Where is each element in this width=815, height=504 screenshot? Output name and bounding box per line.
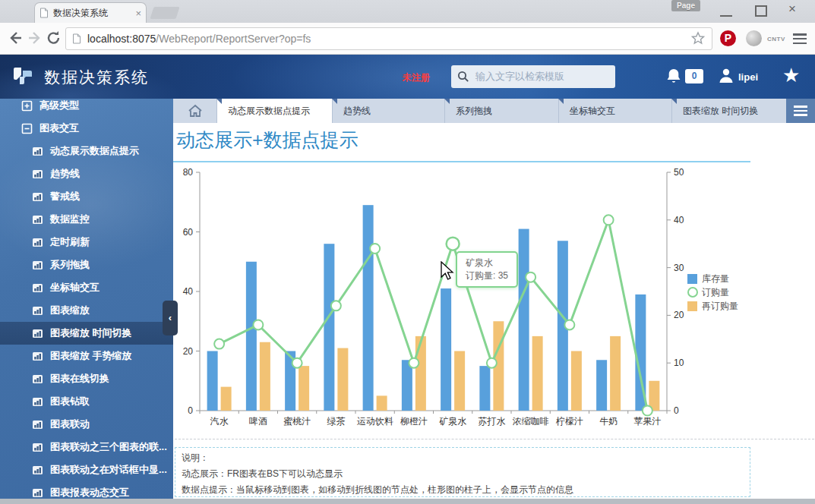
window-minimize-button[interactable] xyxy=(720,5,732,17)
svg-text:40: 40 xyxy=(183,286,194,297)
chart-report-icon xyxy=(32,169,43,180)
sidebar-item[interactable]: 警戒线 xyxy=(0,185,173,208)
sidebar-item[interactable]: 趋势线 xyxy=(0,162,173,185)
browser-tab[interactable]: 数据决策系统 × xyxy=(34,2,147,23)
svg-text:50: 50 xyxy=(674,167,684,178)
chart-report-icon xyxy=(32,214,43,225)
report-tab[interactable]: 趋势线 xyxy=(332,99,444,123)
chart-report-icon xyxy=(32,237,43,248)
chart-report-icon xyxy=(32,328,43,339)
user-icon[interactable] xyxy=(717,67,735,85)
svg-text:柳橙汁: 柳橙汁 xyxy=(400,416,428,427)
sidebar-item[interactable]: 系列拖拽 xyxy=(0,254,173,276)
legend-item[interactable]: 再订购量 xyxy=(687,299,738,313)
svg-text:汽水: 汽水 xyxy=(210,416,229,427)
app-title: 数据决策系统 xyxy=(44,67,149,88)
bookmark-star-icon[interactable] xyxy=(690,31,706,46)
sidebar-item[interactable]: 图表联动 xyxy=(0,413,173,436)
legend-circle-marker xyxy=(687,287,698,298)
sidebar-item-label: 高级类型 xyxy=(39,99,79,112)
svg-text:绿茶: 绿茶 xyxy=(327,416,345,427)
favorite-star-icon[interactable]: ★ xyxy=(782,64,800,87)
search-icon xyxy=(457,71,469,83)
chart-report-icon xyxy=(32,373,43,385)
bell-icon[interactable] xyxy=(665,68,682,86)
browser-menu-icon[interactable] xyxy=(793,33,807,44)
svg-text:0: 0 xyxy=(674,405,679,416)
url-bar[interactable]: localhost:8075/WebReport/ReportServer?op… xyxy=(65,27,712,50)
sidebar-item-label: 图表钻取 xyxy=(50,395,90,408)
app-logo-icon xyxy=(11,64,36,90)
notification-count-badge[interactable]: 0 xyxy=(685,69,703,83)
username-label[interactable]: lipei xyxy=(738,71,758,83)
chart-report-icon xyxy=(32,442,43,453)
reload-icon[interactable] xyxy=(46,30,62,46)
chart-report-icon xyxy=(32,146,43,157)
sidebar-item[interactable]: 定时刷新 xyxy=(0,231,173,254)
svg-text:10: 10 xyxy=(674,358,684,368)
sidebar-group-item[interactable]: 高级类型 xyxy=(0,99,173,117)
svg-text:运动饮料: 运动饮料 xyxy=(357,416,393,427)
sidebar: 高级类型图表交互动态展示数据点提示趋势线警戒线数据监控定时刷新系列拖拽坐标轴交互… xyxy=(0,99,173,504)
window-maximize-button[interactable] xyxy=(755,5,767,17)
section-divider xyxy=(175,439,814,439)
back-icon[interactable] xyxy=(8,30,23,46)
favicon-page-icon xyxy=(39,8,49,18)
sidebar-item-label: 系列拖拽 xyxy=(50,258,90,272)
svg-text:0: 0 xyxy=(188,405,193,416)
legend-item[interactable]: 库存量 xyxy=(687,272,738,285)
tab-close-icon[interactable]: × xyxy=(135,8,141,18)
description-title: 说明： xyxy=(182,450,744,466)
sidebar-item[interactable]: 动态展示数据点提示 xyxy=(0,140,173,162)
svg-text:60: 60 xyxy=(183,227,194,238)
svg-text:20: 20 xyxy=(674,310,684,320)
new-tab-button[interactable] xyxy=(150,7,179,19)
svg-text:苹果汁: 苹果汁 xyxy=(633,416,661,427)
legend-label: 再订购量 xyxy=(702,300,738,313)
plus-box-icon xyxy=(21,100,33,112)
sidebar-item[interactable]: 图表联动之三个图表的联... xyxy=(0,436,173,458)
chart-report-icon xyxy=(32,419,43,430)
sidebar-item-label: 图表联动 xyxy=(50,417,90,431)
extension-swirl-icon[interactable] xyxy=(746,30,762,46)
pinterest-extension-icon[interactable]: P xyxy=(720,30,736,46)
sidebar-group-item[interactable]: 图表交互 xyxy=(0,117,173,140)
legend-item[interactable]: 订购量 xyxy=(687,285,738,299)
title-underline xyxy=(173,161,750,162)
search-placeholder: 输入文字以检索模版 xyxy=(475,70,564,83)
forward-icon[interactable] xyxy=(27,30,43,46)
sidebar-item[interactable]: 图表缩放 时间切换 xyxy=(0,322,173,345)
content-area: 动态展示数据点提示趋势线系列拖拽坐标轴交互图表缩放 时间切换 动态展示+数据点提… xyxy=(173,99,815,504)
sidebar-item[interactable]: 数据监控 xyxy=(0,208,173,231)
sidebar-item-label: 图表缩放 xyxy=(50,304,90,317)
cntv-extension-icon[interactable]: CNTV xyxy=(767,36,785,43)
tooltip-category: 矿泉水 xyxy=(466,257,508,269)
legend-square-marker xyxy=(687,274,697,284)
sidebar-item[interactable]: 坐标轴交互 xyxy=(0,276,173,299)
window-close-button[interactable]: × xyxy=(788,2,796,17)
svg-text:40: 40 xyxy=(674,215,684,225)
sidebar-collapse-button[interactable]: ‹ xyxy=(163,301,178,335)
report-tab-label: 坐标轴交互 xyxy=(570,105,615,118)
sidebar-item[interactable]: 图表联动之在对话框中显... xyxy=(0,458,173,481)
svg-text:20: 20 xyxy=(183,346,194,357)
sidebar-item[interactable]: 图表缩放 xyxy=(0,299,173,322)
report-tab[interactable]: 动态展示数据点提示 xyxy=(216,99,332,123)
report-tab[interactable]: 图表缩放 时间切换 xyxy=(671,99,786,123)
report-tab[interactable]: 坐标轴交互 xyxy=(558,99,671,123)
page-badge: Page xyxy=(671,0,700,11)
line-points xyxy=(214,215,652,415)
sidebar-item[interactable]: 图表钻取 xyxy=(0,390,173,413)
chart-report-icon xyxy=(32,191,43,203)
sidebar-item[interactable]: 图表在线切换 xyxy=(0,367,173,390)
unregistered-label: 未注册 xyxy=(403,71,430,84)
sidebar-item-label: 动态展示数据点提示 xyxy=(50,144,139,158)
sidebar-item[interactable]: 图表缩放 手势缩放 xyxy=(0,345,173,367)
template-search-input[interactable]: 输入文字以检索模版 xyxy=(451,65,615,88)
tab-list-menu-button[interactable] xyxy=(786,99,815,123)
chart-report-icon xyxy=(32,305,43,317)
window-bottom-edge xyxy=(0,499,815,504)
report-tab[interactable]: 系列拖拽 xyxy=(444,99,558,123)
chart[interactable]: 02040608001020304050汽水啤酒蜜桃汁绿茶运动饮料柳橙汁矿泉水苏… xyxy=(173,167,750,444)
home-tab-button[interactable] xyxy=(173,99,216,123)
